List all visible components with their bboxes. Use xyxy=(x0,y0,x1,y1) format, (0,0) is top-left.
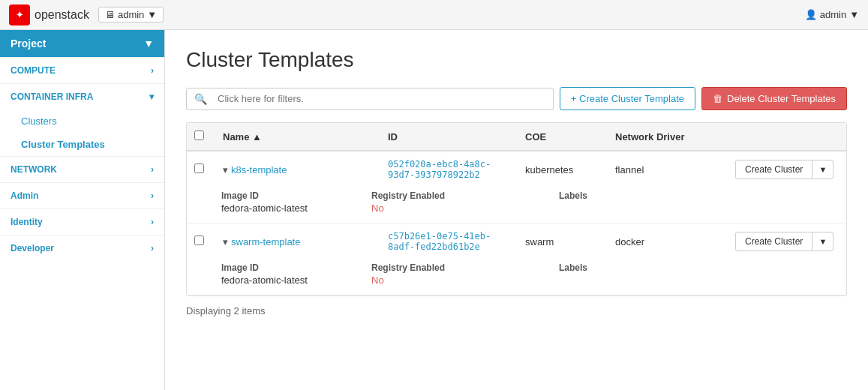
row2-id: c57b26e1-0e75-41eb-8adf-fed22bd61b2e xyxy=(379,231,516,252)
chevron-down-icon: ▾ xyxy=(149,92,154,102)
cluster-templates-table: Name ▲ ID COE Network Driver ▾ k8s-templ… xyxy=(186,122,847,296)
row2-labels-label: Labels xyxy=(559,262,709,273)
row1-image-id-value: fedora-atomic-latest xyxy=(221,202,371,214)
create-cluster-template-button[interactable]: + Create Cluster Template xyxy=(560,87,695,110)
column-header-network-driver: Network Driver xyxy=(606,131,726,142)
row-k8s-template-main: ▾ k8s-template 052f020a-ebc8-4a8c-93d7-3… xyxy=(187,152,846,188)
navbar: ✦ openstack 🖥 admin ▼ 👤 admin ▼ xyxy=(0,0,868,30)
sidebar-container-infra-label: CONTAINER INFRA xyxy=(11,92,93,102)
row2-registry-label: Registry Enabled xyxy=(371,262,559,273)
admin-project-selector[interactable]: 🖥 admin ▼ xyxy=(98,7,164,22)
row1-create-cluster-button[interactable]: Create Cluster xyxy=(735,160,812,179)
row1-checkbox[interactable] xyxy=(194,164,204,173)
openstack-logo: ✦ openstack xyxy=(9,4,89,26)
sidebar-network-label: NETWORK xyxy=(11,164,57,175)
row2-checkbox-cell xyxy=(187,236,214,248)
sidebar: Project ▼ COMPUTE › CONTAINER INFRA ▾ Cl… xyxy=(0,30,165,390)
row2-name[interactable]: ▾ swarm-template xyxy=(214,236,379,248)
filter-input[interactable] xyxy=(215,88,553,109)
chevron-right-icon: › xyxy=(151,243,154,254)
filter-container: 🔍 xyxy=(186,88,554,110)
header-checkbox-cell xyxy=(187,130,214,142)
logo-text: openstack xyxy=(35,8,89,22)
row2-network-driver: docker xyxy=(606,236,726,248)
table-footer: Displaying 2 items xyxy=(186,296,847,326)
sidebar-developer-label: Developer xyxy=(11,243,54,254)
delete-cluster-templates-button[interactable]: 🗑 Delete Cluster Templates xyxy=(701,87,847,110)
row1-action-group: Create Cluster ▼ xyxy=(735,160,837,179)
sidebar-section-developer[interactable]: Developer › xyxy=(0,235,164,261)
delete-icon: 🗑 xyxy=(713,93,722,104)
table-row: ▾ swarm-template c57b26e1-0e75-41eb-8adf… xyxy=(187,224,846,296)
sidebar-compute-label: COMPUTE xyxy=(11,65,56,76)
chevron-down-icon: ▼ xyxy=(147,9,157,20)
table-row: ▾ k8s-template 052f020a-ebc8-4a8c-93d7-3… xyxy=(187,152,846,224)
chevron-down-icon: ▼ xyxy=(849,9,859,20)
column-header-name[interactable]: Name ▲ xyxy=(214,131,379,142)
row-swarm-template-main: ▾ swarm-template c57b26e1-0e75-41eb-8adf… xyxy=(187,224,846,260)
sidebar-identity-label: Identity xyxy=(11,217,43,227)
row1-registry-label: Registry Enabled xyxy=(371,190,559,201)
page-title: Cluster Templates xyxy=(186,48,847,72)
row2-image-id-value: fedora-atomic-latest xyxy=(221,274,371,286)
row1-detail: Image ID fedora-atomic-latest Registry E… xyxy=(187,188,846,223)
row2-create-cluster-button[interactable]: Create Cluster xyxy=(735,232,812,251)
column-header-id: ID xyxy=(379,131,516,142)
sidebar-section-container-infra[interactable]: CONTAINER INFRA ▾ xyxy=(0,83,164,110)
row1-coe: kubernetes xyxy=(516,164,606,176)
search-icon: 🔍 xyxy=(187,88,215,110)
row1-registry-value: No xyxy=(371,202,559,214)
column-header-coe: COE xyxy=(516,131,606,142)
row2-image-id-label: Image ID xyxy=(221,262,371,273)
user-menu[interactable]: 👤 admin ▼ xyxy=(805,9,859,20)
chevron-down-icon: ▾ xyxy=(223,164,228,176)
row1-image-id-label: Image ID xyxy=(221,190,371,201)
sidebar-item-cluster-templates[interactable]: Cluster Templates xyxy=(0,133,164,156)
table-header: Name ▲ ID COE Network Driver xyxy=(187,123,846,152)
row2-actions: Create Cluster ▼ xyxy=(726,232,846,251)
row1-labels-section: Labels xyxy=(559,190,709,214)
user-label: admin xyxy=(820,9,846,20)
row1-action-dropdown[interactable]: ▼ xyxy=(812,160,833,179)
user-icon: 👤 xyxy=(805,9,817,20)
row2-detail: Image ID fedora-atomic-latest Registry E… xyxy=(187,260,846,295)
sidebar-section-identity[interactable]: Identity › xyxy=(0,208,164,235)
sidebar-section-network[interactable]: NETWORK › xyxy=(0,156,164,182)
sidebar-section-admin[interactable]: Admin › xyxy=(0,182,164,208)
row2-image-id-section: Image ID fedora-atomic-latest xyxy=(221,262,371,286)
row1-registry-section: Registry Enabled No xyxy=(371,190,559,214)
chevron-right-icon: › xyxy=(151,190,154,201)
sidebar-section-compute[interactable]: COMPUTE › xyxy=(0,57,164,83)
toolbar: 🔍 + Create Cluster Template 🗑 Delete Clu… xyxy=(186,87,847,110)
row2-coe: swarm xyxy=(516,236,606,248)
chevron-down-icon: ▾ xyxy=(223,236,228,248)
row1-checkbox-cell xyxy=(187,164,214,176)
row2-registry-section: Registry Enabled No xyxy=(371,262,559,286)
row2-checkbox[interactable] xyxy=(194,236,204,245)
row1-id: 052f020a-ebc8-4a8c-93d7-3937978922b2 xyxy=(379,159,516,180)
row2-action-group: Create Cluster ▼ xyxy=(735,232,837,251)
main-content: Cluster Templates 🔍 + Create Cluster Tem… xyxy=(165,30,868,390)
sidebar-project-header[interactable]: Project ▼ xyxy=(0,30,164,57)
monitor-icon: 🖥 xyxy=(105,9,115,20)
row2-labels-section: Labels xyxy=(559,262,709,286)
navbar-left: ✦ openstack 🖥 admin ▼ xyxy=(9,4,164,26)
row1-labels-label: Labels xyxy=(559,190,709,201)
chevron-right-icon: › xyxy=(151,217,154,227)
chevron-right-icon: › xyxy=(151,65,154,76)
chevron-right-icon: › xyxy=(151,164,154,175)
sidebar-admin-label: Admin xyxy=(11,190,38,201)
row1-image-id-section: Image ID fedora-atomic-latest xyxy=(221,190,371,214)
chevron-down-icon: ▼ xyxy=(143,38,154,50)
select-all-checkbox[interactable] xyxy=(194,130,204,140)
row1-network-driver: flannel xyxy=(606,164,726,176)
project-label: Project xyxy=(11,38,46,50)
row2-action-dropdown[interactable]: ▼ xyxy=(812,232,833,251)
logo-icon: ✦ xyxy=(9,4,30,26)
row2-registry-value: No xyxy=(371,274,559,286)
row1-name[interactable]: ▾ k8s-template xyxy=(214,164,379,176)
project-label: admin xyxy=(118,9,144,20)
sidebar-item-clusters[interactable]: Clusters xyxy=(0,110,164,133)
row1-actions: Create Cluster ▼ xyxy=(726,160,846,179)
layout: Project ▼ COMPUTE › CONTAINER INFRA ▾ Cl… xyxy=(0,30,868,390)
